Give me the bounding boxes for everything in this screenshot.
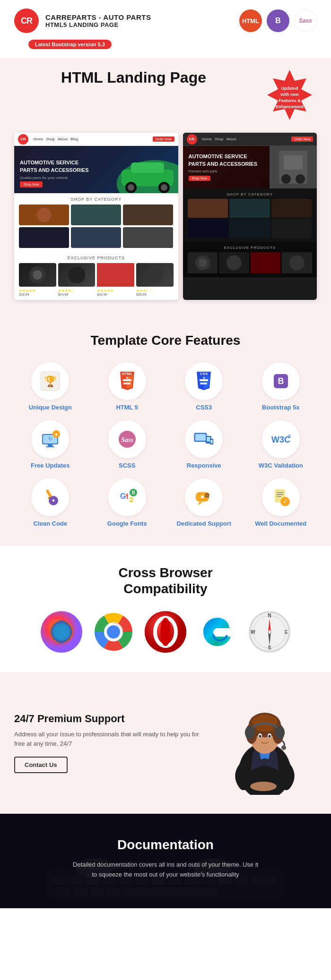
svg-rect-14: [71, 205, 121, 225]
browser-icons-container: N S W E: [14, 611, 317, 653]
dark-product-item: [188, 252, 218, 273]
dark-category-item: [229, 199, 270, 218]
unique-design-icon-wrap: 🏆: [31, 362, 69, 400]
svg-point-28: [296, 174, 305, 184]
svg-point-135: [250, 782, 277, 791]
svg-rect-22: [97, 263, 134, 287]
css3-label: CSS3: [196, 404, 212, 411]
feature-dedicated-support: 🎧 Dedicated Support: [168, 478, 240, 527]
category-item: [71, 227, 121, 248]
browser-title: Cross Browser Compatibility: [14, 565, 317, 597]
category-item: [123, 227, 173, 248]
preview-nav-links: Home Shop About Blog: [33, 137, 78, 141]
svg-point-27: [281, 174, 291, 184]
svg-rect-16: [19, 227, 69, 248]
svg-rect-40: [123, 383, 131, 384]
svg-text:🏆: 🏆: [44, 375, 57, 388]
category-item: [123, 205, 173, 225]
free-updates-icon-wrap: ↻ ★: [31, 420, 69, 458]
well-documented-icon-wrap: ✓: [262, 478, 300, 516]
preview-dark-nav-btn: Order Now: [291, 136, 313, 142]
features-grid: 🏆 Unique Design HTML 5 HTML 5: [14, 362, 317, 527]
feature-css3: CSS 3 CSS3: [168, 362, 240, 411]
svg-rect-93: [277, 492, 283, 493]
svg-text:B: B: [278, 376, 284, 386]
svg-text:Updated: Updated: [281, 86, 298, 91]
svg-text:HTML: HTML: [122, 372, 132, 376]
svg-point-132: [259, 735, 261, 738]
svg-point-128: [275, 726, 285, 739]
preview-dark-nav-links: Home Shop About: [202, 137, 236, 141]
w3c-icon-wrap: W3C ®: [262, 420, 300, 458]
free-updates-label: Free Updates: [31, 462, 70, 469]
dark-category-item: [229, 219, 270, 238]
preview-exclusive-section: EXCLUSIVE PRODUCTS ★★★★: [14, 252, 178, 300]
svg-point-11: [161, 184, 167, 191]
preview-dark-product-grid: [188, 252, 313, 273]
svg-point-13: [37, 208, 51, 222]
bootstrap-badge: B: [267, 9, 289, 32]
responsive-icon-wrap: [185, 420, 223, 458]
contact-us-button[interactable]: Contact Us: [14, 757, 68, 773]
svg-text:3: 3: [203, 376, 205, 381]
support-section: 24/7 Premium Support Address all your is…: [0, 672, 331, 814]
svg-text:with new: with new: [280, 92, 299, 97]
preview-container: CR Home Shop About Blog Order Now AUTOMO…: [14, 133, 317, 300]
feature-responsive: Responsive: [168, 420, 240, 469]
google-fonts-icon: G f 2 B: [115, 486, 139, 509]
feature-clean-code: ✦ Clean Code: [14, 478, 87, 527]
feature-google-fonts: G f 2 B Google Fonts: [91, 478, 164, 527]
dark-category-item: [188, 199, 228, 218]
svg-text:✓: ✓: [283, 498, 287, 505]
svg-point-21: [68, 266, 85, 283]
safari-icon: N S W E: [248, 611, 291, 653]
svg-point-88: [201, 495, 204, 498]
svg-rect-95: [277, 496, 281, 497]
dark-category-item: [271, 199, 312, 218]
svg-text:W: W: [251, 630, 255, 635]
preview-dark-banner: AUTOMOTIVE SERVICEPARTS AND ACCESSORIES …: [183, 146, 317, 188]
dark-product-item: [282, 252, 312, 273]
category-item: [71, 205, 121, 225]
responsive-icon: [192, 427, 216, 451]
dedicated-support-label: Dedicated Support: [176, 520, 231, 527]
header-badges: HTML B Sass: [239, 9, 317, 32]
free-updates-icon: ↻ ★: [38, 427, 62, 451]
preview-dark-shop: SHOP BY CATEGORY: [183, 188, 317, 242]
hero-top: HTML Landing Page Updated with new Featu…: [14, 69, 317, 125]
docs-section: Documentation Detailed documentation cov…: [0, 814, 331, 908]
preview-dark-banner-img: [270, 146, 317, 188]
dark-category-item: [188, 219, 228, 238]
clean-code-icon: ✦: [38, 486, 62, 509]
unique-design-icon: 🏆: [40, 371, 61, 392]
w3c-label: W3C Validation: [259, 462, 303, 469]
html5-label: HTML 5: [116, 404, 138, 411]
bootstrap-label: Latest Bootstrap version 5.3: [28, 40, 112, 49]
feature-w3c: W3C ® W3C Validation: [245, 420, 317, 469]
edge-icon: [196, 611, 239, 653]
category-item: [19, 227, 69, 248]
preview-nav-btn: Order Now: [153, 136, 174, 142]
sass-badge: Sass: [294, 9, 317, 32]
svg-rect-56: [48, 444, 52, 446]
svg-rect-7: [131, 162, 164, 173]
svg-point-110: [197, 611, 238, 653]
hero-title: HTML Landing Page: [14, 69, 253, 86]
dark-product-item: [251, 252, 281, 273]
support-content: 24/7 Premium Support Address all your is…: [14, 713, 203, 773]
firefox-icon: [40, 611, 83, 653]
bootstrap-icon-wrap: B: [262, 362, 300, 400]
preview-ratings: ★★★★★$19.99 ★★★★☆$24.99 ★★★★★$14.99 ★★★☆…: [19, 289, 174, 296]
header-title-line2: HTML5 LANDING PAGE: [45, 21, 151, 28]
svg-text:Enhancement: Enhancement: [276, 104, 304, 109]
preview-nav-light: CR Home Shop About Blog Order Now: [14, 133, 178, 146]
svg-point-109: [160, 618, 171, 646]
feature-well-documented: ✓ Well Documented: [245, 478, 317, 527]
html5-icon-wrap: HTML 5: [108, 362, 146, 400]
svg-point-103: [107, 625, 120, 639]
docs-title: Documentation: [14, 837, 317, 852]
header-title-line1: CARREPARTS - AUTO PARTS: [45, 13, 151, 21]
svg-text:CSS: CSS: [200, 372, 208, 376]
dedicated-support-icon-wrap: 🎧: [185, 478, 223, 516]
scss-label: SCSS: [119, 462, 135, 469]
